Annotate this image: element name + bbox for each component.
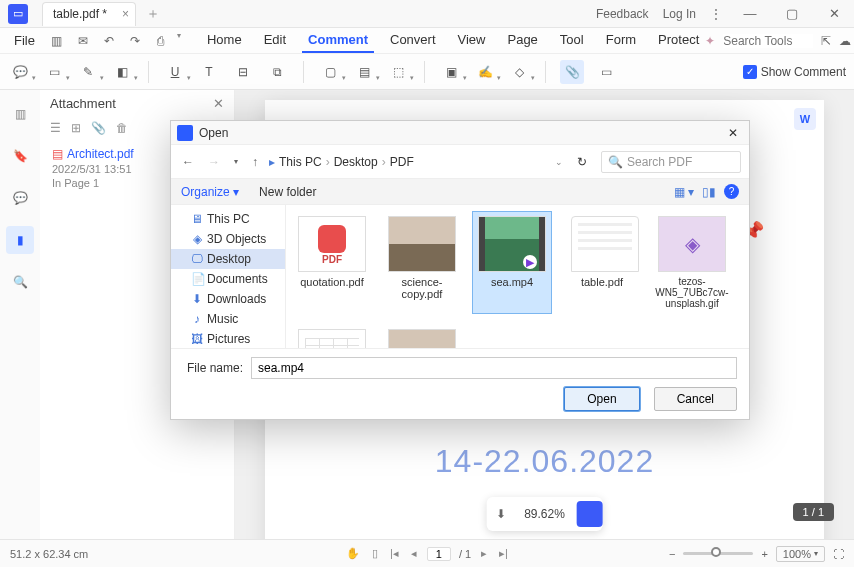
dialog-close-icon[interactable]: ✕	[723, 126, 743, 140]
pin-tool[interactable]: ▭	[594, 60, 618, 84]
zoom-slider[interactable]	[683, 552, 753, 555]
refresh-icon[interactable]: ↻	[571, 155, 593, 169]
menu-view[interactable]: View	[452, 28, 492, 53]
note-tool[interactable]: 💬▾	[8, 60, 32, 84]
file-item[interactable]: quotation.pdf	[292, 211, 372, 314]
mail-icon[interactable]: ✉	[73, 31, 93, 51]
filename-input[interactable]	[251, 357, 737, 379]
first-page-icon[interactable]: |◂	[388, 547, 401, 560]
dialog-search[interactable]: 🔍 Search PDF	[601, 151, 741, 173]
tree-this-pc[interactable]: 🖥This PC	[171, 209, 285, 229]
menu-comment[interactable]: Comment	[302, 28, 374, 53]
prev-page-icon[interactable]: ◂	[409, 547, 419, 560]
thumbnails-icon[interactable]: ▥	[6, 100, 34, 128]
menu-form[interactable]: Form	[600, 28, 642, 53]
file-item[interactable]	[292, 324, 372, 348]
more-icon[interactable]: ⋮	[710, 7, 722, 21]
zoom-value[interactable]: 100%▾	[776, 546, 825, 562]
select-tool-icon[interactable]: ▯	[370, 547, 380, 560]
file-item-selected[interactable]: sea.mp4	[472, 211, 552, 314]
file-menu[interactable]: File	[4, 29, 45, 52]
erase-tool[interactable]: ◧▾	[110, 60, 134, 84]
tree-downloads[interactable]: ⬇Downloads	[171, 289, 285, 309]
menu-page[interactable]: Page	[501, 28, 543, 53]
hand-tool-icon[interactable]: ✋	[344, 547, 362, 560]
recent-icon[interactable]: ▾	[231, 157, 241, 166]
file-item[interactable]: tezos-WN5_7UBc7cw-unsplash.gif	[652, 211, 732, 314]
panel-close-icon[interactable]: ✕	[213, 96, 224, 111]
next-page-icon[interactable]: ▸	[479, 547, 489, 560]
measure-tool[interactable]: ◇▾	[507, 60, 531, 84]
paperclip-icon[interactable]: 📎	[91, 121, 106, 135]
organize-menu[interactable]: Organize ▾	[181, 185, 239, 199]
redo-icon[interactable]: ↷	[125, 31, 145, 51]
new-folder-button[interactable]: New folder	[259, 185, 316, 199]
text-format-tool[interactable]: T	[197, 60, 221, 84]
area-tool[interactable]: ⬚▾	[386, 60, 410, 84]
highlight-tool[interactable]: ✎▾	[76, 60, 100, 84]
comments-icon[interactable]: 💬	[6, 184, 34, 212]
show-comment-toggle[interactable]: ✓ Show Comment	[743, 65, 846, 79]
maximize-button[interactable]: ▢	[778, 6, 806, 21]
search-tools-input[interactable]	[723, 34, 813, 48]
list-view-icon[interactable]: ☰	[50, 121, 61, 135]
download-icon[interactable]: ⬇	[486, 507, 516, 521]
page-input[interactable]	[427, 547, 451, 561]
help-icon[interactable]: ?	[724, 184, 739, 199]
preview-pane-icon[interactable]: ▯▮	[702, 185, 716, 199]
menu-tool[interactable]: Tool	[554, 28, 590, 53]
wand-icon[interactable]: ✦	[705, 34, 715, 48]
login-link[interactable]: Log In	[663, 7, 696, 21]
file-item[interactable]: table.pdf	[562, 211, 642, 314]
attach-add-icon[interactable]: ⊞	[71, 121, 81, 135]
menu-protect[interactable]: Protect	[652, 28, 705, 53]
menu-home[interactable]: Home	[201, 28, 248, 53]
callout-tool[interactable]: ⧉	[265, 60, 289, 84]
file-item[interactable]	[382, 324, 462, 348]
file-item[interactable]: science-copy.pdf	[382, 211, 462, 314]
view-mode-icon[interactable]: ▦ ▾	[674, 185, 694, 199]
tree-music[interactable]: ♪Music	[171, 309, 285, 329]
textbox-tool[interactable]: ⊟	[231, 60, 255, 84]
fit-page-icon[interactable]: ⛶	[833, 548, 844, 560]
crumb-desktop[interactable]: Desktop	[334, 155, 378, 169]
zoom-out-icon[interactable]: −	[669, 548, 675, 560]
crumb-pdf[interactable]: PDF	[390, 155, 414, 169]
zoom-handle[interactable]	[577, 501, 603, 527]
cancel-button[interactable]: Cancel	[654, 387, 737, 411]
minimize-button[interactable]: —	[736, 6, 764, 21]
shape-tool[interactable]: ▢▾	[318, 60, 342, 84]
attachments-icon[interactable]: ▮	[6, 226, 34, 254]
document-tab[interactable]: table.pdf * ×	[42, 2, 136, 26]
stamp-tool[interactable]: ▣▾	[439, 60, 463, 84]
slider-thumb[interactable]	[711, 547, 721, 557]
tree-pictures[interactable]: 🖼Pictures	[171, 329, 285, 348]
feedback-link[interactable]: Feedback	[596, 7, 649, 21]
cloud-icon[interactable]: ☁	[839, 34, 851, 48]
up-icon[interactable]: ↑	[249, 155, 261, 169]
chevron-down-icon[interactable]: ▾	[177, 31, 181, 51]
forward-icon[interactable]: →	[205, 155, 223, 169]
bookmarks-icon[interactable]: 🔖	[6, 142, 34, 170]
back-icon[interactable]: ←	[179, 155, 197, 169]
print-icon[interactable]: ⎙	[151, 31, 171, 51]
sign-tool[interactable]: ✍▾	[473, 60, 497, 84]
text-tool[interactable]: ▭▾	[42, 60, 66, 84]
menu-edit[interactable]: Edit	[258, 28, 292, 53]
tree-documents[interactable]: 📄Documents	[171, 269, 285, 289]
crumb-this-pc[interactable]: This PC	[279, 155, 322, 169]
save-icon[interactable]: ▥	[47, 31, 67, 51]
menu-convert[interactable]: Convert	[384, 28, 442, 53]
add-tab-button[interactable]: ＋	[146, 5, 160, 23]
underline-tool[interactable]: U▾	[163, 60, 187, 84]
tree-desktop[interactable]: 🖵Desktop	[171, 249, 285, 269]
last-page-icon[interactable]: ▸|	[497, 547, 510, 560]
list-tool[interactable]: ▤▾	[352, 60, 376, 84]
delete-icon[interactable]: 🗑	[116, 121, 128, 135]
close-icon[interactable]: ×	[122, 7, 129, 21]
undo-icon[interactable]: ↶	[99, 31, 119, 51]
open-button[interactable]: Open	[564, 387, 639, 411]
tree-3d-objects[interactable]: ◈3D Objects	[171, 229, 285, 249]
attachment-tool[interactable]: 📎	[560, 60, 584, 84]
close-button[interactable]: ✕	[820, 6, 848, 21]
